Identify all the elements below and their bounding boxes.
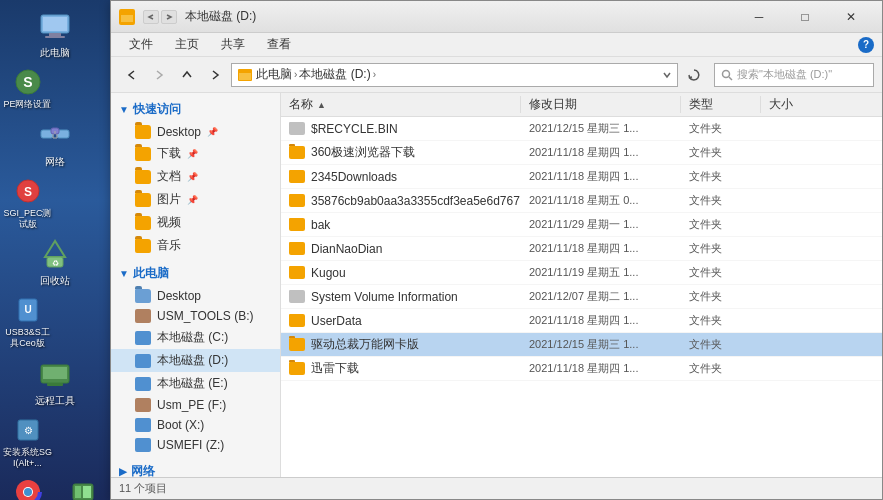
menu-view[interactable]: 查看 bbox=[257, 34, 301, 55]
network-label: 网络 bbox=[45, 156, 65, 168]
file-date: 2021/11/29 星期一 1... bbox=[521, 217, 681, 232]
file-row[interactable]: 驱动总裁万能网卡版 2021/12/15 星期三 1... 文件夹 bbox=[281, 333, 882, 357]
sidebar-item-drive-c[interactable]: 本地磁盘 (C:) bbox=[111, 326, 280, 349]
quick-access-header[interactable]: ▼ 快速访问 bbox=[111, 97, 280, 122]
remote-icon bbox=[37, 357, 73, 393]
minimize-button[interactable]: ─ bbox=[736, 1, 782, 33]
usb-label: USB3&S工具Ceo版 bbox=[2, 327, 53, 349]
file-row[interactable]: Kugou 2021/11/19 星期五 1... 文件夹 bbox=[281, 261, 882, 285]
svg-text:⚙: ⚙ bbox=[23, 425, 32, 436]
svg-text:U: U bbox=[24, 304, 31, 315]
file-row[interactable]: $RECYCLE.BIN 2021/12/15 星期三 1... 文件夹 bbox=[281, 117, 882, 141]
window-icon bbox=[119, 9, 135, 25]
folder-icon bbox=[289, 266, 305, 279]
col-name-header[interactable]: 名称 ▲ bbox=[281, 96, 521, 113]
sidebar-drive-e-label: 本地磁盘 (E:) bbox=[157, 375, 228, 392]
help-button[interactable]: ? bbox=[858, 37, 874, 53]
sidebar-usm-pe-label: Usm_PE (F:) bbox=[157, 398, 226, 412]
desktop-icon-remote[interactable]: 远程工具 bbox=[0, 353, 110, 411]
sidebar-item-videos[interactable]: 视频 bbox=[111, 211, 280, 234]
file-row[interactable]: 迅雷下载 2021/11/18 星期四 1... 文件夹 bbox=[281, 357, 882, 381]
usm-pe-icon bbox=[135, 398, 151, 412]
sgi-label: SGI_PEC测试版 bbox=[2, 208, 53, 230]
maximize-button[interactable]: □ bbox=[782, 1, 828, 33]
svg-text:S: S bbox=[23, 185, 31, 199]
folder-icon bbox=[289, 338, 305, 351]
col-type-header[interactable]: 类型 bbox=[681, 96, 761, 113]
address-path: 此电脑 › 本地磁盘 (D:) › bbox=[256, 66, 659, 83]
search-bar[interactable]: 搜索"本地磁盘 (D:)" bbox=[714, 63, 874, 87]
file-row[interactable]: DianNaoDian 2021/11/18 星期四 1... 文件夹 bbox=[281, 237, 882, 261]
svg-rect-31 bbox=[83, 486, 91, 498]
file-name: System Volume Information bbox=[311, 290, 458, 304]
this-pc-icon bbox=[37, 9, 73, 45]
sidebar-item-music[interactable]: 音乐 bbox=[111, 234, 280, 257]
this-pc-header[interactable]: ▼ 此电脑 bbox=[111, 261, 280, 286]
sidebar-item-docs[interactable]: 文档 📌 bbox=[111, 165, 280, 188]
sidebar-item-drive-d[interactable]: 本地磁盘 (D:) bbox=[111, 349, 280, 372]
desktop-icon-this-pc[interactable]: 此电脑 bbox=[0, 5, 110, 63]
up-button[interactable] bbox=[175, 63, 199, 87]
menu-file[interactable]: 文件 bbox=[119, 34, 163, 55]
remote-label: 远程工具 bbox=[35, 395, 75, 407]
drive-d-icon bbox=[135, 354, 151, 368]
desktop-row-sgi: S SGI_PEC测试版 bbox=[0, 172, 110, 234]
folder-icon bbox=[289, 242, 305, 255]
refresh-button[interactable] bbox=[682, 63, 706, 87]
col-size-header[interactable]: 大小 bbox=[761, 96, 841, 113]
svg-rect-2 bbox=[49, 33, 61, 36]
file-row[interactable]: System Volume Information 2021/12/07 星期二… bbox=[281, 285, 882, 309]
file-row[interactable]: 360极速浏览器下载 2021/11/18 星期四 1... 文件夹 bbox=[281, 141, 882, 165]
file-rows-container: $RECYCLE.BIN 2021/12/15 星期三 1... 文件夹 360… bbox=[281, 117, 882, 381]
desktop-icon-install[interactable]: ⚙ 安装系统SGI(Alt+... bbox=[0, 411, 55, 473]
address-bar[interactable]: 此电脑 › 本地磁盘 (D:) › bbox=[231, 63, 678, 87]
file-row[interactable]: 2345Downloads 2021/11/18 星期四 1... 文件夹 bbox=[281, 165, 882, 189]
recent-button[interactable] bbox=[203, 63, 227, 87]
network-sidebar-label: 网络 bbox=[131, 463, 155, 477]
pin-icon: 📌 bbox=[207, 127, 218, 137]
desktop-icon-recycle[interactable]: ♻ 回收站 bbox=[0, 233, 110, 291]
sidebar-item-drive-e[interactable]: 本地磁盘 (E:) bbox=[111, 372, 280, 395]
file-row[interactable]: bak 2021/11/29 星期一 1... 文件夹 bbox=[281, 213, 882, 237]
col-date-header[interactable]: 修改日期 bbox=[521, 96, 681, 113]
network-header[interactable]: ▶ 网络 bbox=[111, 459, 280, 477]
menu-share[interactable]: 共享 bbox=[211, 34, 255, 55]
chrome-icon bbox=[13, 477, 43, 500]
sidebar-item-desktop[interactable]: Desktop 📌 bbox=[111, 122, 280, 142]
menu-home[interactable]: 主页 bbox=[165, 34, 209, 55]
quick-access-label: 快速访问 bbox=[133, 101, 181, 118]
desktop-icon-chrome[interactable]: Chrome bbox=[0, 473, 55, 500]
sidebar-item-usm-tools[interactable]: USM_TOOLS (B:) bbox=[111, 306, 280, 326]
desktop-icon-partition[interactable]: 分区工具(Alt+D) bbox=[55, 473, 110, 500]
sidebar-item-usm-pe[interactable]: Usm_PE (F:) bbox=[111, 395, 280, 415]
address-controls bbox=[663, 71, 671, 79]
file-row[interactable]: 35876cb9ab0aa3a3355cdf3ea5e6d767 2021/11… bbox=[281, 189, 882, 213]
close-button[interactable]: ✕ bbox=[828, 1, 874, 33]
usb-icon: U bbox=[13, 295, 43, 325]
svg-marker-15 bbox=[45, 241, 65, 257]
desktop: 此电脑 S PE网络设置 网络 bbox=[0, 0, 110, 500]
sidebar-item-usmefi[interactable]: USMEFI (Z:) bbox=[111, 435, 280, 455]
menu-bar: 文件 主页 共享 查看 ? bbox=[111, 33, 882, 57]
svg-text:♻: ♻ bbox=[52, 259, 59, 268]
desktop-row-install: ⚙ 安装系统SGI(Alt+... bbox=[0, 411, 110, 473]
desktop-icon-sgi[interactable]: S SGI_PEC测试版 bbox=[0, 172, 55, 234]
sidebar-item-pictures[interactable]: 图片 📌 bbox=[111, 188, 280, 211]
file-row[interactable]: UserData 2021/11/18 星期四 1... 文件夹 bbox=[281, 309, 882, 333]
desktop-icon-pe-network[interactable]: S PE网络设置 bbox=[0, 63, 55, 114]
file-type: 文件夹 bbox=[681, 169, 761, 184]
sidebar-desktop-label: Desktop bbox=[157, 125, 201, 139]
address-dropdown-icon[interactable] bbox=[663, 71, 671, 79]
desktop-icon-network[interactable]: 网络 bbox=[0, 114, 110, 172]
svg-rect-22 bbox=[47, 383, 63, 386]
sidebar-item-boot[interactable]: Boot (X:) bbox=[111, 415, 280, 435]
sidebar-item-downloads[interactable]: 下载 📌 bbox=[111, 142, 280, 165]
desktop-icon-usb[interactable]: U USB3&S工具Ceo版 bbox=[0, 291, 55, 353]
sidebar-music-label: 音乐 bbox=[157, 237, 181, 254]
back-button[interactable] bbox=[119, 63, 143, 87]
sidebar-item-pc-desktop[interactable]: Desktop bbox=[111, 286, 280, 306]
file-type: 文件夹 bbox=[681, 361, 761, 376]
forward-button[interactable] bbox=[147, 63, 171, 87]
file-date: 2021/11/18 星期四 1... bbox=[521, 169, 681, 184]
svg-rect-30 bbox=[75, 486, 81, 498]
